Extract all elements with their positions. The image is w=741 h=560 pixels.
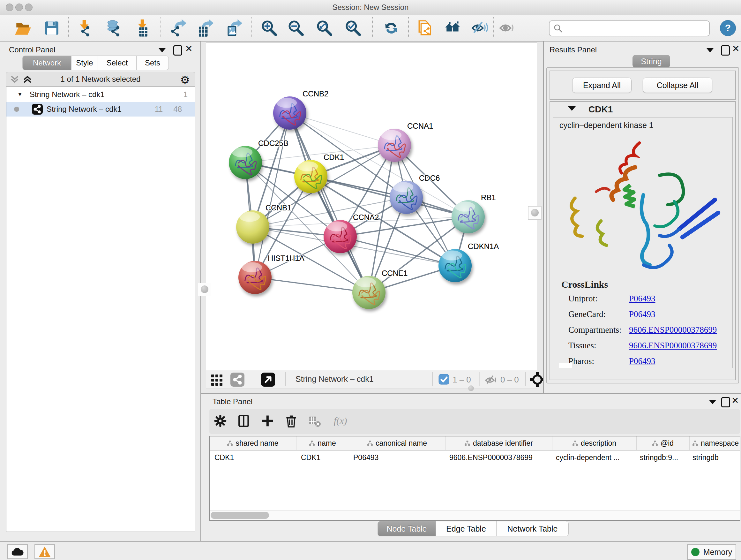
column-header-description[interactable]: description xyxy=(552,436,636,450)
column-header-shared-name[interactable]: shared name xyxy=(210,436,296,450)
zoom-in-icon xyxy=(260,19,278,37)
table-cell[interactable]: stringdb:9... xyxy=(635,450,688,464)
export-network-icon[interactable] xyxy=(170,19,187,37)
panel-close-icon[interactable]: ✕ xyxy=(732,45,739,53)
table-cell[interactable]: P06493 xyxy=(348,450,445,464)
expand-all-button[interactable]: Expand All xyxy=(572,78,631,93)
table-cell[interactable]: 9606.ENSP00000378699 xyxy=(445,450,551,464)
clone-network-icon[interactable] xyxy=(416,19,434,37)
panel-menu-icon[interactable] xyxy=(709,400,716,406)
save-session-icon[interactable] xyxy=(43,19,60,37)
table-hscrollbar[interactable] xyxy=(210,510,740,520)
open-file-icon xyxy=(14,19,31,37)
zoom-in-icon[interactable] xyxy=(260,19,278,37)
tab-style[interactable]: Style xyxy=(71,56,98,70)
crosslink-link[interactable]: P06493 xyxy=(629,356,656,366)
function-builder-icon: f(x) xyxy=(333,415,348,429)
hide-selected-icon[interactable] xyxy=(471,19,488,37)
help-icon[interactable]: ? xyxy=(720,20,736,36)
export-image-icon[interactable] xyxy=(225,19,242,37)
collection-expander-icon[interactable]: ▼ xyxy=(17,91,23,98)
collapse-all-button[interactable]: Collapse All xyxy=(643,78,712,93)
import-table-icon[interactable] xyxy=(134,19,151,37)
network-selection-bar: 1 of 1 Network selected ⚙ xyxy=(6,72,195,87)
column-header-namespace[interactable]: namespace xyxy=(690,436,741,450)
network-collection-row[interactable]: ▼ String Network – cdk1 1 xyxy=(6,87,195,102)
crosslink-link[interactable]: P06493 xyxy=(629,294,656,304)
memory-button[interactable]: Memory xyxy=(687,544,736,560)
column-header-database-identifier[interactable]: database identifier xyxy=(446,436,552,450)
right-splitter-handle[interactable] xyxy=(528,206,542,220)
memory-label: Memory xyxy=(703,548,732,557)
edge-CCNB2-HIST1H1A xyxy=(255,113,290,277)
left-splitter-handle[interactable] xyxy=(198,283,211,296)
tab-sets[interactable]: Sets xyxy=(137,56,169,70)
zoom-selected-icon[interactable] xyxy=(344,19,361,37)
crosslink-row: Uniprot:P06493 xyxy=(568,294,726,304)
home-icon xyxy=(445,19,462,37)
function-builder-icon: f(x) xyxy=(333,415,348,429)
delete-column-icon[interactable] xyxy=(285,415,299,429)
birdseye-crosshair-icon[interactable] xyxy=(530,372,545,387)
panel-menu-icon[interactable] xyxy=(158,48,165,54)
search-box xyxy=(549,20,710,37)
import-database-icon[interactable] xyxy=(105,19,123,37)
zoom-out-icon[interactable] xyxy=(287,19,305,37)
table-hscrollbar-thumb[interactable] xyxy=(211,512,269,519)
network-options-gear-icon[interactable]: ⚙ xyxy=(180,73,190,86)
cloud-status-icon[interactable] xyxy=(7,544,28,559)
open-in-new-window-icon[interactable] xyxy=(261,373,275,387)
table-cell[interactable]: CDK1 xyxy=(296,450,348,464)
toolbar-separator xyxy=(372,17,373,38)
zoom-fit-icon[interactable] xyxy=(316,19,333,37)
crosslink-link[interactable]: P06493 xyxy=(629,309,656,319)
network-row[interactable]: String Network – cdk1 11 48 xyxy=(6,102,195,117)
bottom-splitter-handle[interactable] xyxy=(468,385,474,391)
panel-close-icon[interactable]: ✕ xyxy=(185,45,192,53)
crosslink-label: Compartments: xyxy=(568,325,629,335)
panel-float-icon[interactable] xyxy=(173,45,182,57)
panel-menu-icon[interactable] xyxy=(706,48,714,54)
window-title: Session: New Session xyxy=(0,3,741,12)
tab-network[interactable]: Network xyxy=(22,56,71,70)
tab-edge-table[interactable]: Edge Table xyxy=(436,521,496,537)
grid-view-icon[interactable] xyxy=(211,373,223,386)
panel-float-icon[interactable] xyxy=(721,397,730,409)
results-panel-title: Results Panel xyxy=(549,45,597,54)
open-file-icon[interactable] xyxy=(14,19,31,37)
table-cell[interactable]: cyclin-dependent ... xyxy=(551,450,635,464)
title-bar: Session: New Session xyxy=(0,0,741,15)
attribute-gear-icon[interactable] xyxy=(214,415,228,429)
tab-select[interactable]: Select xyxy=(98,56,137,70)
warning-icon[interactable] xyxy=(35,544,55,559)
table-row[interactable]: CDK1CDK1P064939606.ENSP00000378699cyclin… xyxy=(210,450,740,464)
refresh-icon[interactable] xyxy=(383,19,400,37)
table-cell[interactable]: stringdb xyxy=(688,450,740,464)
selected-checkbox-icon[interactable] xyxy=(439,374,449,385)
show-all-icon[interactable] xyxy=(498,19,515,37)
columns-icon[interactable] xyxy=(238,415,252,429)
panel-close-icon[interactable]: ✕ xyxy=(731,396,739,405)
tab-string[interactable]: String xyxy=(632,55,670,68)
network-canvas[interactable]: CCNB2 CCNB2 CCNA1 CCNA1 CDC25B CDC25B CD… xyxy=(206,43,537,371)
inner-scrollbar[interactable] xyxy=(559,363,572,368)
column-header-name[interactable]: name xyxy=(296,436,349,450)
gene-expander-icon[interactable] xyxy=(568,106,576,112)
string-view-icon[interactable] xyxy=(230,373,245,387)
table-cell[interactable]: CDK1 xyxy=(210,450,296,464)
svg-text:CDK1: CDK1 xyxy=(324,153,344,162)
search-input[interactable] xyxy=(565,24,709,33)
crosslink-link[interactable]: 9606.ENSP00000378699 xyxy=(629,341,717,351)
export-table-icon[interactable] xyxy=(196,19,213,37)
panel-float-icon[interactable] xyxy=(721,45,730,57)
import-network-icon[interactable] xyxy=(77,19,94,37)
column-header--id[interactable]: @id xyxy=(636,436,690,450)
tab-network-table[interactable]: Network Table xyxy=(496,521,569,537)
column-header-canonical-name[interactable]: canonical name xyxy=(349,436,446,450)
crosslink-link[interactable]: 9606.ENSP00000378699 xyxy=(629,325,717,335)
home-icon[interactable] xyxy=(445,19,462,37)
crosslink-row: Pharos:P06493 xyxy=(568,356,726,366)
add-column-icon[interactable] xyxy=(261,415,276,429)
string-app-icon xyxy=(32,104,43,115)
tab-node-table[interactable]: Node Table xyxy=(378,521,436,537)
